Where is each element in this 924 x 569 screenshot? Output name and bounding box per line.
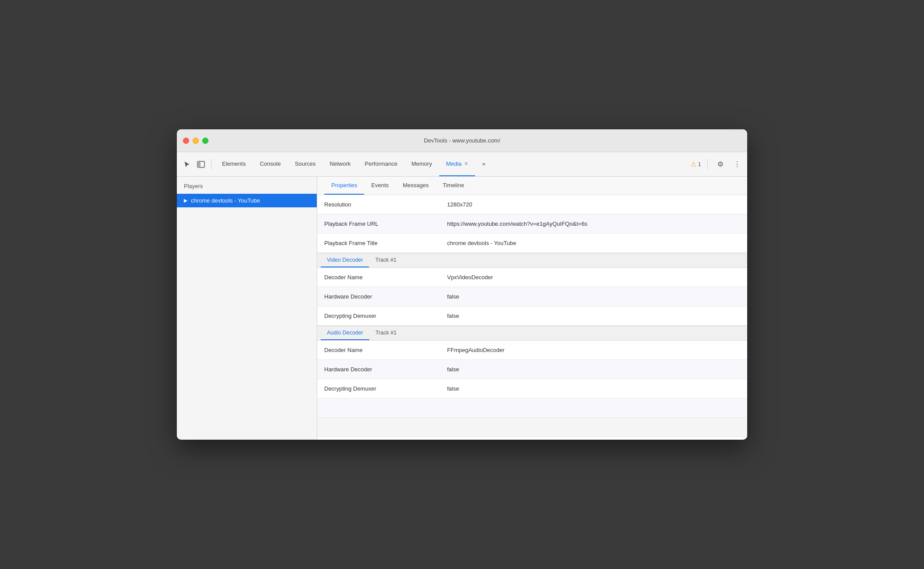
table-row: Decoder Name VpxVideoDecoder: [317, 268, 747, 287]
prop-value-ademuxer: false: [440, 381, 747, 396]
table-row: Playback Frame Title chrome devtools - Y…: [317, 234, 747, 253]
prop-value-frame-title: chrome devtools - YouTube: [440, 235, 747, 251]
traffic-lights: [183, 138, 208, 144]
sidebar: Players ▶ chrome devtools - YouTube: [177, 177, 317, 440]
right-panel: Properties Events Messages Timeline Reso…: [317, 177, 747, 440]
table-row: Decoder Name FFmpegAudioDecoder: [317, 341, 747, 360]
tab-elements[interactable]: Elements: [215, 152, 253, 176]
maximize-button[interactable]: [202, 138, 208, 144]
dock-icon[interactable]: [194, 158, 208, 171]
prop-value-frame-url: https://www.youtube.com/watch?v=e1gAyQuI…: [440, 216, 747, 231]
subtab-messages[interactable]: Messages: [396, 177, 436, 195]
player-arrow-icon: ▶: [184, 198, 187, 203]
prop-label-frame-title: Playback Frame Title: [317, 235, 440, 251]
video-decoder-tabs: Video Decoder Track #1: [317, 253, 747, 267]
more-options-button[interactable]: ⋮: [731, 158, 744, 171]
window-title: DevTools - www.youtube.com/: [424, 137, 500, 144]
cursor-icon[interactable]: [180, 158, 193, 171]
prop-value-vdemuxer: false: [440, 308, 747, 324]
close-button[interactable]: [183, 138, 189, 144]
prop-label-ahardware: Hardware Decoder: [317, 362, 440, 377]
right-divider: [707, 159, 708, 170]
sidebar-header: Players: [177, 177, 317, 194]
tab-media-close[interactable]: ✕: [464, 161, 468, 167]
prop-value-resolution: 1280x720: [440, 197, 747, 212]
player-item[interactable]: ▶ chrome devtools - YouTube: [177, 194, 317, 207]
table-row: Decrypting Demuxer false: [317, 379, 747, 398]
table-row: Decrypting Demuxer false: [317, 306, 747, 326]
audio-track-tab[interactable]: Track #1: [369, 326, 403, 340]
warning-icon: ⚠: [691, 160, 696, 168]
tab-sources[interactable]: Sources: [288, 152, 323, 176]
video-decoder-section-header: Video Decoder Track #1: [317, 253, 747, 268]
subtab-timeline[interactable]: Timeline: [436, 177, 471, 195]
prop-value-ahardware: false: [440, 362, 747, 377]
toolbar-right: ⚠ 1 ⚙ ⋮: [691, 158, 744, 171]
prop-label-vhardware: Hardware Decoder: [317, 289, 440, 304]
table-row: Resolution 1280x720: [317, 195, 747, 214]
toolbar: Elements Console Sources Network Perform…: [177, 152, 747, 177]
prop-value-vdecoder-name: VpxVideoDecoder: [440, 270, 747, 285]
tab-more[interactable]: »: [475, 152, 492, 176]
table-row: Hardware Decoder false: [317, 287, 747, 306]
prop-label-resolution: Resolution: [317, 197, 440, 212]
prop-label-vdemuxer: Decrypting Demuxer: [317, 308, 440, 324]
settings-button[interactable]: ⚙: [714, 158, 727, 171]
tab-memory[interactable]: Memory: [405, 152, 439, 176]
warning-badge[interactable]: ⚠ 1: [691, 160, 701, 168]
prop-label-frame-url: Playback Frame URL: [317, 216, 440, 231]
devtools-window: DevTools - www.youtube.com/ Elements Con…: [177, 129, 747, 440]
empty-row-2: [317, 418, 747, 437]
audio-decoder-section-header: Audio Decoder Track #1: [317, 326, 747, 341]
prop-value-adecoder-name: FFmpegAudioDecoder: [440, 342, 747, 358]
prop-label-ademuxer: Decrypting Demuxer: [317, 381, 440, 396]
tab-network[interactable]: Network: [323, 152, 358, 176]
empty-row: [317, 398, 747, 418]
video-decoder-tab[interactable]: Video Decoder: [321, 253, 369, 267]
properties-table: Resolution 1280x720 Playback Frame URL h…: [317, 195, 747, 440]
prop-label-adecoder-name: Decoder Name: [317, 342, 440, 358]
audio-decoder-tab[interactable]: Audio Decoder: [321, 326, 369, 340]
toolbar-divider: [211, 159, 211, 170]
tab-media[interactable]: Media ✕: [439, 152, 475, 176]
table-row: Playback Frame URL https://www.youtube.c…: [317, 214, 747, 234]
toolbar-tabs: Elements Console Sources Network Perform…: [215, 152, 690, 176]
prop-label-vdecoder-name: Decoder Name: [317, 270, 440, 285]
main-content: Players ▶ chrome devtools - YouTube Prop…: [177, 177, 747, 440]
audio-decoder-tabs: Audio Decoder Track #1: [317, 326, 747, 340]
minimize-button[interactable]: [193, 138, 199, 144]
title-bar: DevTools - www.youtube.com/: [177, 129, 747, 152]
subtab-events[interactable]: Events: [364, 177, 396, 195]
svg-rect-1: [197, 161, 201, 167]
tab-console[interactable]: Console: [253, 152, 288, 176]
tab-performance[interactable]: Performance: [358, 152, 404, 176]
video-track-tab[interactable]: Track #1: [369, 253, 402, 267]
sub-tabs: Properties Events Messages Timeline: [317, 177, 747, 195]
subtab-properties[interactable]: Properties: [324, 177, 364, 195]
prop-value-vhardware: false: [440, 289, 747, 304]
table-row: Hardware Decoder false: [317, 360, 747, 379]
